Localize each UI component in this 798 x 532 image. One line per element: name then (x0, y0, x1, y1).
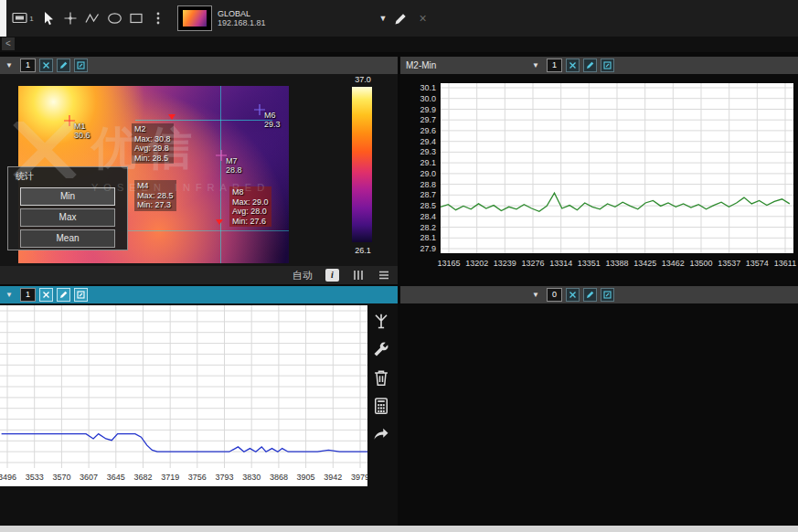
svg-text:3793: 3793 (215, 473, 233, 482)
trend-chart-m2-min[interactable]: 1316513202132391327613314133511338813425… (400, 74, 798, 288)
trend-panel-header: M2-Min ▼ 1 (400, 57, 798, 74)
menu-item-mean[interactable]: Mean (20, 229, 115, 248)
histogram-button[interactable] (352, 269, 365, 282)
panel-edit-button[interactable] (57, 288, 70, 302)
edit-box-icon (603, 61, 612, 69)
panel-close-button[interactable] (566, 288, 580, 302)
panel-close-button[interactable] (39, 288, 53, 302)
point-tool-button[interactable] (62, 9, 79, 27)
panel-count-badge[interactable]: 1 (547, 59, 562, 72)
close-stream-button[interactable]: × (414, 9, 431, 27)
polyline-tool-button[interactable] (84, 9, 101, 27)
colorbar-max-label: 37.0 (346, 75, 379, 84)
panel-edit-button[interactable] (57, 59, 70, 72)
info-button[interactable]: i (325, 269, 339, 282)
svg-text:13351: 13351 (578, 259, 601, 268)
marker-M1[interactable]: M1 30.6 (64, 115, 75, 128)
marker-value: 28.8 (226, 165, 242, 175)
probe-tool-button[interactable] (371, 311, 391, 331)
region-avg: Avg: 29.8 (134, 144, 171, 154)
panel-count-badge[interactable]: 1 (20, 288, 36, 302)
panel-count-badge[interactable]: 1 (20, 59, 36, 72)
device-dropdown-button[interactable]: ▼ (379, 14, 388, 23)
rectangle-tool-button[interactable] (128, 9, 144, 27)
video-source-button[interactable]: 1 (11, 9, 35, 27)
svg-text:30.1: 30.1 (420, 83, 436, 92)
marker-value: 29.3 (264, 120, 281, 129)
panel-edit-button[interactable] (583, 288, 597, 302)
bottom-trend-panel: ▼ 1 349635333570360736453682371937563793… (0, 286, 398, 532)
svg-text:13462: 13462 (662, 259, 685, 268)
svg-text:13314: 13314 (549, 259, 572, 268)
svg-text:13425: 13425 (633, 259, 656, 268)
settings-tool-button[interactable] (371, 339, 391, 359)
edit-box-icon (77, 61, 85, 69)
x-icon (569, 61, 577, 69)
polyline-icon (85, 11, 100, 26)
marker-M6[interactable]: M6 29.3 (254, 104, 265, 117)
more-tools-button[interactable] (150, 9, 166, 27)
edit-box-icon (77, 291, 85, 299)
panel-count-badge[interactable]: 0 (547, 288, 562, 302)
monitor-icon (12, 11, 28, 26)
panel-dropdown-icon[interactable]: ▼ (5, 291, 16, 299)
panel-settings-button[interactable] (601, 59, 614, 72)
svg-text:29.6: 29.6 (420, 126, 436, 135)
list-view-button[interactable] (378, 269, 390, 282)
marker-M7[interactable]: M7 28.8 (216, 150, 227, 163)
cursor-tool-button[interactable] (40, 9, 57, 27)
ellipse-tool-button[interactable] (106, 9, 122, 27)
export-button[interactable] (371, 424, 391, 444)
svg-text:27.9: 27.9 (420, 244, 436, 253)
panel-dropdown-icon[interactable]: ▼ (5, 61, 16, 69)
menu-item-min[interactable]: Min (20, 187, 115, 206)
svg-text:3942: 3942 (324, 473, 342, 482)
x-icon (42, 61, 50, 69)
svg-text:13574: 13574 (746, 259, 769, 268)
panel-close-button[interactable] (566, 59, 580, 72)
region-M2-readout: M2 Max: 30.8 Avg: 29.8 Min: 28.5 (132, 123, 174, 164)
horizontal-measure-line-1[interactable] (135, 120, 272, 121)
svg-text:29.7: 29.7 (420, 115, 436, 124)
empty-panel-header: ▼ 0 (400, 286, 798, 303)
collapse-tab[interactable]: < (2, 37, 15, 50)
hotspot-triangle-marker (216, 219, 223, 225)
panel-dropdown-icon[interactable]: ▼ (532, 61, 543, 69)
device-selector[interactable]: GLOBAL 192.168.1.81 (177, 5, 266, 31)
svg-text:3645: 3645 (107, 473, 125, 482)
window-edge (0, 0, 6, 37)
panel-close-button[interactable] (39, 59, 53, 72)
bottom-trend-panel-header: ▼ 1 (0, 286, 398, 303)
panel-settings-button[interactable] (74, 288, 88, 302)
clear-data-button[interactable] (371, 367, 391, 388)
svg-text:3719: 3719 (161, 473, 179, 482)
trend-panel-m2-min: M2-Min ▼ 1 13165132021323913276133141335… (400, 57, 798, 284)
vertical-measure-line[interactable] (220, 86, 221, 263)
svg-text:28.5: 28.5 (420, 201, 436, 210)
panel-edit-button[interactable] (583, 59, 597, 72)
ellipse-icon (107, 11, 122, 26)
region-min: Min: 27.6 (232, 217, 269, 227)
calculator-button[interactable] (371, 396, 391, 416)
empty-panel: ▼ 0 (400, 286, 798, 532)
svg-text:13388: 13388 (605, 259, 628, 268)
marker-id: M7 (226, 156, 242, 165)
auto-scale-button[interactable]: 自动 (293, 269, 313, 282)
region-M4-readout: M4 Max: 28.5 Min: 27.3 (134, 180, 176, 211)
thermal-analysis-app-window: 1 GLOBAL 192.168.1.81 ▼ (0, 0, 798, 532)
context-menu-title: 统计 (8, 167, 127, 185)
svg-text:3905: 3905 (297, 473, 315, 482)
svg-text:30.0: 30.0 (420, 94, 436, 103)
bottom-trend-chart[interactable]: 3496353335703607364536823719375637933830… (0, 305, 367, 486)
panel-dropdown-icon[interactable]: ▼ (532, 291, 543, 299)
svg-text:3830: 3830 (242, 473, 261, 482)
pencil-icon (586, 61, 594, 69)
panel-settings-button[interactable] (601, 288, 614, 302)
edit-device-button[interactable] (392, 9, 409, 27)
svg-text:28.2: 28.2 (420, 223, 436, 232)
panel-settings-button[interactable] (74, 59, 88, 72)
menu-item-max[interactable]: Max (20, 208, 115, 227)
svg-text:3570: 3570 (52, 473, 70, 482)
svg-text:13611: 13611 (774, 259, 796, 268)
empty-panel-body (400, 303, 798, 532)
